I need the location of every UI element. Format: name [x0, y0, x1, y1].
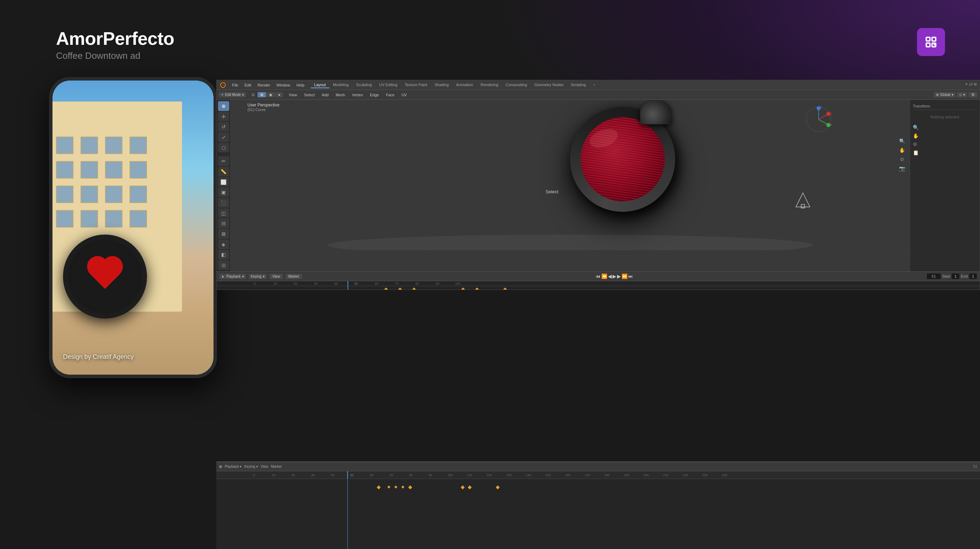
ds-keying[interactable]: Keying ▾	[244, 465, 258, 468]
tool-to-sphere[interactable]: ◎	[218, 260, 229, 270]
window-10	[81, 186, 98, 203]
tool-cursor[interactable]: ⊕	[218, 101, 229, 111]
play-btn[interactable]: ▶	[612, 274, 616, 279]
snap-dropdown[interactable]: ⊹ ▾	[957, 92, 967, 97]
ds-view-btn[interactable]: View	[261, 465, 269, 468]
orientation-dropdown[interactable]: ⊕ Global ▾	[934, 92, 956, 97]
phone-3d-object	[63, 235, 161, 333]
tab-geometry-nodes[interactable]: Geometry Nodes	[531, 82, 567, 88]
tool-measure[interactable]: 📏	[218, 167, 229, 177]
tick-51: 51	[346, 282, 366, 285]
menu-window[interactable]: Window	[274, 82, 293, 88]
tab-layout[interactable]: Layout	[311, 82, 329, 88]
toolbar-view[interactable]: View	[286, 92, 300, 98]
tab-sculpting[interactable]: Sculpting	[352, 82, 375, 88]
tool-add-cylinder[interactable]: ⬛	[218, 198, 229, 208]
toolbar-edge[interactable]: Edge	[367, 92, 382, 98]
tool-transform[interactable]: ⬡	[218, 143, 229, 153]
workspace-tabs: Layout Modeling Sculpting UV Editing Tex…	[311, 82, 599, 88]
tab-uv-editing[interactable]: UV Editing	[375, 82, 401, 88]
timeline-controls-bar: ⏵ Playback ▾ Keying ▾ View Marker ⏮ ⏪ ◀ …	[216, 271, 980, 281]
shading-material[interactable]: ◉	[266, 92, 275, 97]
tab-scripting[interactable]: Scripting	[567, 82, 589, 88]
tick-30: 30	[305, 282, 326, 285]
next-keyframe-btn[interactable]: ⏩	[622, 274, 628, 279]
tool-rotate[interactable]: ↺	[218, 122, 229, 132]
viewport-object-label: (51) Curve	[247, 108, 279, 112]
shading-buttons: ⊡ ⊞ ◉ ●	[249, 92, 283, 97]
step-back-btn[interactable]: ◀	[608, 274, 612, 279]
tool-add-plane[interactable]: ▣	[218, 187, 229, 197]
go-start-btn[interactable]: ⏮	[596, 274, 601, 279]
tab-rendering[interactable]: Rendering	[477, 82, 502, 88]
current-frame[interactable]: 51	[927, 274, 941, 279]
prev-keyframe-btn[interactable]: ⏪	[601, 274, 607, 279]
dopesheet-tracks[interactable]	[216, 479, 980, 549]
toolbar-uv[interactable]: UV	[399, 92, 409, 98]
ds-frame-count: 51	[974, 465, 977, 468]
toolbar-mesh[interactable]: Mesh	[333, 92, 348, 98]
ds-marker-btn[interactable]: Marker	[271, 465, 282, 468]
tool-knife[interactable]: ⊠	[218, 229, 229, 239]
ds-tick-40: 40	[323, 473, 342, 477]
svg-text:Z: Z	[820, 105, 822, 109]
viewport-perspective-label: User Perspective	[247, 103, 279, 108]
toolbar-select[interactable]: Select	[301, 92, 318, 98]
prop-icon-2[interactable]: ✋	[913, 133, 920, 140]
tool-add-subdiv[interactable]: ◫	[218, 208, 229, 218]
keyframe-2	[398, 288, 402, 290]
tool-loop-cut[interactable]: ⊟	[218, 218, 229, 228]
ds-playback[interactable]: Playback ▾	[225, 465, 242, 468]
shading-solid[interactable]: ⊞	[258, 92, 266, 97]
toolbar-vertex[interactable]: Vertex	[349, 92, 366, 98]
mode-chevron: ▾	[242, 93, 244, 97]
zoom-icon[interactable]: 🔍	[899, 138, 905, 145]
menu-render[interactable]: Render	[255, 82, 273, 88]
frame-counter: 51 Start 1 End 1	[927, 274, 977, 279]
heart-shape	[84, 257, 126, 296]
shading-rendered[interactable]: ●	[275, 92, 283, 97]
keying-dropdown[interactable]: Keying ▾	[249, 274, 267, 279]
tab-animation[interactable]: Animation	[453, 82, 477, 88]
prop-icon-1[interactable]: 🔍	[913, 125, 920, 132]
dashboard-button[interactable]	[917, 28, 945, 56]
toolbar-face[interactable]: Face	[383, 92, 397, 98]
tab-texture-paint[interactable]: Texture Paint	[401, 82, 431, 88]
mode-dropdown[interactable]: ✦ Edit Mode ▾	[219, 92, 246, 97]
tool-add-cube[interactable]: ⬜	[218, 177, 229, 187]
end-frame[interactable]: 1	[969, 274, 977, 279]
tab-add[interactable]: +	[590, 82, 599, 88]
ds-kf-1	[377, 485, 380, 489]
ds-kf-7	[468, 485, 471, 489]
tool-annotate[interactable]: ✏	[218, 156, 229, 166]
menu-edit[interactable]: Edit	[242, 82, 254, 88]
3d-viewport[interactable]: User Perspective (51) Curve	[231, 100, 910, 271]
tab-shading[interactable]: Shading	[431, 82, 452, 88]
shading-wireframe[interactable]: ⊡	[249, 92, 257, 97]
start-frame[interactable]: 1	[951, 274, 959, 279]
tool-move[interactable]: ✛	[218, 112, 229, 121]
tab-compositing[interactable]: Compositing	[502, 82, 531, 88]
camera-view-icon[interactable]: 📷	[899, 165, 905, 173]
marker-btn[interactable]: Marker	[286, 274, 302, 279]
tool-shear[interactable]: ◧	[218, 250, 229, 260]
prop-icon-4[interactable]: 📋	[913, 150, 920, 157]
prop-icon-3[interactable]: ⚙	[913, 142, 920, 148]
playback-dropdown[interactable]: ⏵ Playback ▾	[220, 274, 246, 279]
step-forward-btn[interactable]: ▶	[617, 274, 621, 279]
menu-file[interactable]: File	[229, 82, 241, 88]
grab-icon[interactable]: ✋	[899, 147, 905, 154]
ds-tick-230: 230	[695, 473, 715, 477]
settings-icon[interactable]: ⚙	[899, 156, 905, 164]
view-btn[interactable]: View	[269, 274, 283, 279]
ds-tick-60: 60	[362, 473, 382, 477]
dopesheet-header: ⊞ Playback ▾ Keying ▾ View Marker 51	[216, 462, 980, 471]
proportional-btn[interactable]: ⦿	[969, 92, 978, 97]
go-end-btn[interactable]: ⏭	[628, 274, 633, 279]
menu-help[interactable]: Help	[294, 82, 307, 88]
tab-modeling[interactable]: Modeling	[330, 82, 352, 88]
tool-vertex-slide[interactable]: ◈	[218, 239, 229, 249]
toolbar-add[interactable]: Add	[319, 92, 331, 98]
timeline-track[interactable]: 0 10 20 30 40 51 60 70 80 90 100	[216, 281, 980, 290]
tool-scale[interactable]: ⤢	[218, 132, 229, 142]
